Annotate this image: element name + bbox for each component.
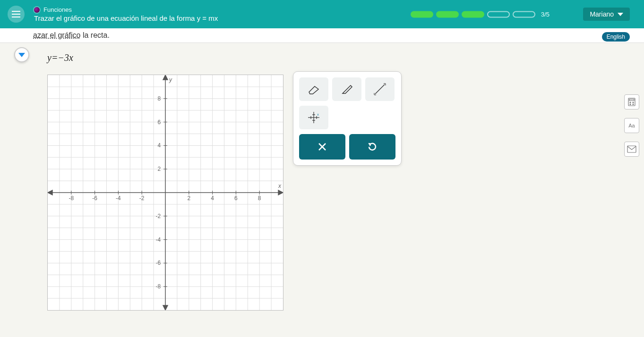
svg-point-71	[633, 102, 634, 103]
progress-bar: 3/5	[411, 11, 550, 18]
font-icon: Aa	[628, 123, 635, 128]
lesson-title: Trazar el gráfico de una ecuación lineal…	[34, 14, 218, 22]
header-titles: Funciones Trazar el gráfico de una ecuac…	[34, 6, 218, 22]
tick-label: 2	[157, 166, 161, 172]
calculator-icon	[627, 97, 636, 107]
side-utility-bar: Aa	[624, 94, 639, 157]
tick-label: 8	[258, 195, 261, 202]
menu-button[interactable]	[8, 6, 25, 23]
progress-segment	[462, 11, 484, 17]
svg-point-73	[633, 104, 634, 105]
tick-label: -4	[155, 236, 161, 243]
mail-icon	[627, 145, 636, 153]
progress-label: 3/5	[541, 11, 550, 18]
tick-label: -4	[116, 195, 121, 202]
question-bar: azar el gráfico la recta. English	[0, 28, 644, 43]
svg-marker-41	[48, 190, 52, 195]
svg-rect-74	[627, 146, 636, 152]
svg-point-72	[630, 104, 631, 105]
svg-marker-38	[163, 75, 168, 80]
svg-text:x: x	[317, 112, 319, 117]
language-toggle[interactable]: English	[602, 32, 630, 42]
svg-line-58	[375, 84, 385, 94]
axis-label-y: y	[169, 76, 172, 83]
svg-marker-39	[163, 305, 168, 310]
equation-eq: =	[52, 52, 58, 63]
clear-button[interactable]	[299, 134, 345, 160]
tick-label: 6	[234, 195, 238, 202]
tick-label: 6	[157, 119, 161, 126]
close-icon	[317, 142, 327, 152]
font-size-button[interactable]: Aa	[624, 118, 639, 133]
tick-label: -2	[155, 213, 161, 219]
svg-point-70	[630, 102, 631, 103]
tick-label: 4	[211, 195, 214, 202]
breadcrumb-label: Funciones	[43, 6, 72, 13]
question-text: azar el gráfico la recta.	[33, 31, 110, 40]
user-name: Mariano	[590, 10, 614, 18]
mail-button[interactable]	[624, 142, 639, 157]
content-area: y=−3x	[0, 43, 644, 311]
progress-segment	[436, 11, 459, 17]
topic-dot-icon	[34, 7, 40, 13]
tool-panel: x	[293, 71, 402, 166]
progress-segment	[513, 11, 535, 17]
eraser-tool[interactable]	[299, 77, 328, 101]
graph-canvas[interactable]: -8 -6 -4 -2 2 4 6 8 8 6 4 2 -2 -4 -6 -8 …	[47, 75, 283, 311]
equation-coef: 3	[64, 52, 69, 63]
progress-segment	[487, 11, 510, 17]
question-suffix: la recta.	[81, 31, 110, 39]
undo-button[interactable]	[349, 134, 395, 160]
undo-icon	[367, 141, 378, 152]
grid-tool[interactable]: x	[299, 106, 328, 129]
equation-x: x	[69, 52, 73, 63]
tick-label: -8	[69, 195, 74, 202]
tick-label: -8	[155, 283, 161, 290]
question-link-part: azar el gráfico	[33, 31, 81, 39]
chevron-down-icon	[18, 53, 25, 57]
grid-icon: x	[307, 110, 321, 125]
tick-label: -6	[92, 195, 97, 202]
equation-neg: −	[58, 52, 64, 63]
eraser-icon	[306, 84, 321, 95]
app-header: Funciones Trazar el gráfico de una ecuac…	[0, 0, 644, 28]
line-icon	[372, 82, 387, 97]
tick-label: 4	[157, 142, 161, 149]
calculator-button[interactable]	[624, 94, 639, 110]
axis-label-x: x	[278, 183, 282, 189]
tick-label: -6	[155, 260, 161, 266]
pencil-tool[interactable]	[332, 77, 361, 101]
user-menu[interactable]: Mariano	[583, 8, 630, 21]
progress-segment	[411, 11, 433, 17]
chevron-down-icon	[618, 13, 623, 16]
coordinate-grid-icon: -8 -6 -4 -2 2 4 6 8 8 6 4 2 -2 -4 -6 -8 …	[48, 75, 283, 310]
tick-label: 2	[187, 195, 190, 202]
breadcrumb: Funciones	[34, 6, 218, 13]
tick-label: -2	[139, 195, 145, 202]
svg-marker-40	[278, 190, 283, 195]
line-tool[interactable]	[365, 77, 395, 101]
pencil-icon	[340, 83, 353, 96]
svg-rect-69	[629, 99, 634, 101]
tick-label: 8	[157, 95, 161, 102]
collapse-button[interactable]	[14, 47, 29, 62]
equation-y: y	[47, 52, 52, 63]
equation: y=−3x	[47, 52, 644, 63]
